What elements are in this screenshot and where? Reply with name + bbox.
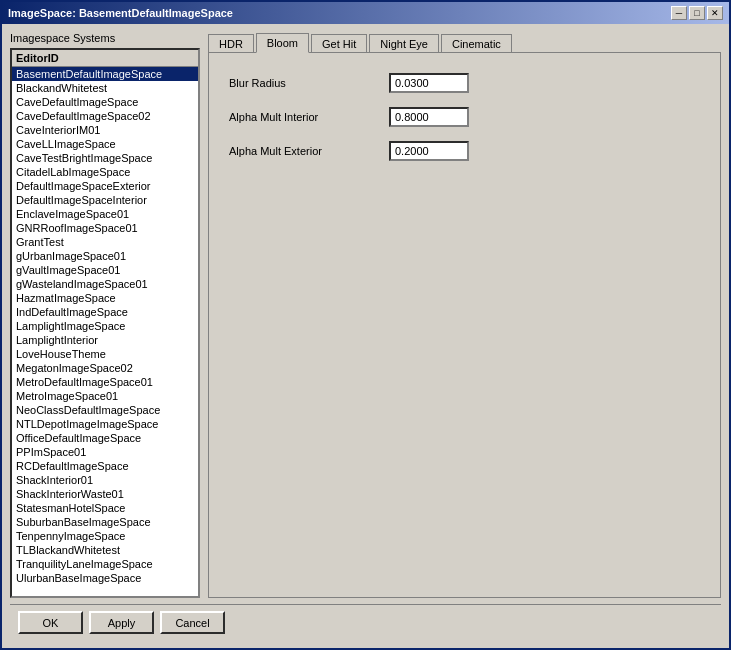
list-item[interactable]: BlackandWhitetest (12, 81, 198, 95)
list-item[interactable]: ShackInterior01 (12, 473, 198, 487)
minimize-button[interactable]: ─ (671, 6, 687, 20)
panel-label: Imagespace Systems (10, 32, 200, 44)
field-row: Alpha Mult Exterior (229, 141, 700, 161)
cancel-button[interactable]: Cancel (160, 611, 225, 634)
tab-bloom[interactable]: Bloom (256, 33, 309, 53)
list-item[interactable]: TLBlackandWhitetest (12, 543, 198, 557)
list-item[interactable]: CaveDefaultImageSpace (12, 95, 198, 109)
field-label: Alpha Mult Exterior (229, 145, 389, 157)
apply-button[interactable]: Apply (89, 611, 154, 634)
field-label: Blur Radius (229, 77, 389, 89)
list-item[interactable]: CaveTestBrightImageSpace (12, 151, 198, 165)
bottom-bar: OK Apply Cancel (10, 604, 721, 640)
list-item[interactable]: LoveHouseTheme (12, 347, 198, 361)
list-item[interactable]: GrantTest (12, 235, 198, 249)
list-item[interactable]: RCDefaultImageSpace (12, 459, 198, 473)
list-item[interactable]: UlurbanBaseImageSpace (12, 571, 198, 585)
list-item[interactable]: CaveLLImageSpace (12, 137, 198, 151)
tab-content: Blur RadiusAlpha Mult InteriorAlpha Mult… (208, 52, 721, 598)
tab-get_hit[interactable]: Get Hit (311, 34, 367, 53)
list-item[interactable]: CitadelLabImageSpace (12, 165, 198, 179)
field-row: Blur Radius (229, 73, 700, 93)
list-item[interactable]: IndDefaultImageSpace (12, 305, 198, 319)
list-item[interactable]: NeoClassDefaultImageSpace (12, 403, 198, 417)
list-item[interactable]: StatesmanHotelSpace (12, 501, 198, 515)
list-item[interactable]: TranquilityLaneImageSpace (12, 557, 198, 571)
close-button[interactable]: ✕ (707, 6, 723, 20)
tab-night_eye[interactable]: Night Eye (369, 34, 439, 53)
field-input[interactable] (389, 107, 469, 127)
tab-bar: HDRBloomGet HitNight EyeCinematic (208, 32, 721, 52)
list-item[interactable]: GNRRoofImageSpace01 (12, 221, 198, 235)
list-item[interactable]: OfficeDefaultImageSpace (12, 431, 198, 445)
tab-hdr[interactable]: HDR (208, 34, 254, 53)
main-window: ImageSpace: BasementDefaultImageSpace ─ … (0, 0, 731, 650)
field-input[interactable] (389, 141, 469, 161)
list-item[interactable]: CaveDefaultImageSpace02 (12, 109, 198, 123)
list-header: EditorID (12, 50, 198, 67)
right-panel: HDRBloomGet HitNight EyeCinematic Blur R… (208, 32, 721, 598)
list-item[interactable]: gVaultImageSpace01 (12, 263, 198, 277)
list-item[interactable]: MetroImageSpace01 (12, 389, 198, 403)
list-item[interactable]: BasementDefaultImageSpace (12, 67, 198, 81)
title-bar-buttons: ─ □ ✕ (671, 6, 723, 20)
left-panel: Imagespace Systems EditorID BasementDefa… (10, 32, 200, 598)
content-area: Imagespace Systems EditorID BasementDefa… (10, 32, 721, 598)
list-item[interactable]: MegatonImageSpace02 (12, 361, 198, 375)
title-bar: ImageSpace: BasementDefaultImageSpace ─ … (2, 2, 729, 24)
list-item[interactable]: DefaultImageSpaceInterior (12, 193, 198, 207)
imagespace-list-container: EditorID BasementDefaultImageSpaceBlacka… (10, 48, 200, 598)
list-header-label: EditorID (16, 52, 59, 64)
list-item[interactable]: PPImSpace01 (12, 445, 198, 459)
list-item[interactable]: TenpennyImageSpace (12, 529, 198, 543)
list-item[interactable]: gUrbanImageSpace01 (12, 249, 198, 263)
list-item[interactable]: HazmatImageSpace (12, 291, 198, 305)
window-body: Imagespace Systems EditorID BasementDefa… (2, 24, 729, 648)
list-item[interactable]: ShackInteriorWaste01 (12, 487, 198, 501)
list-item[interactable]: DefaultImageSpaceExterior (12, 179, 198, 193)
list-item[interactable]: CaveInteriorIM01 (12, 123, 198, 137)
ok-button[interactable]: OK (18, 611, 83, 634)
maximize-button[interactable]: □ (689, 6, 705, 20)
imagespace-list-scroll[interactable]: BasementDefaultImageSpaceBlackandWhitete… (12, 67, 198, 596)
list-item[interactable]: EnclaveImageSpace01 (12, 207, 198, 221)
tab-cinematic[interactable]: Cinematic (441, 34, 512, 53)
list-item[interactable]: NTLDepotImageImageSpace (12, 417, 198, 431)
list-item[interactable]: LamplightInterior (12, 333, 198, 347)
field-input[interactable] (389, 73, 469, 93)
list-item[interactable]: MetroDefaultImageSpace01 (12, 375, 198, 389)
field-row: Alpha Mult Interior (229, 107, 700, 127)
window-title: ImageSpace: BasementDefaultImageSpace (8, 7, 233, 19)
list-item[interactable]: gWastelandImageSpace01 (12, 277, 198, 291)
list-item[interactable]: SuburbanBaseImageSpace (12, 515, 198, 529)
list-item[interactable]: LamplightImageSpace (12, 319, 198, 333)
field-label: Alpha Mult Interior (229, 111, 389, 123)
